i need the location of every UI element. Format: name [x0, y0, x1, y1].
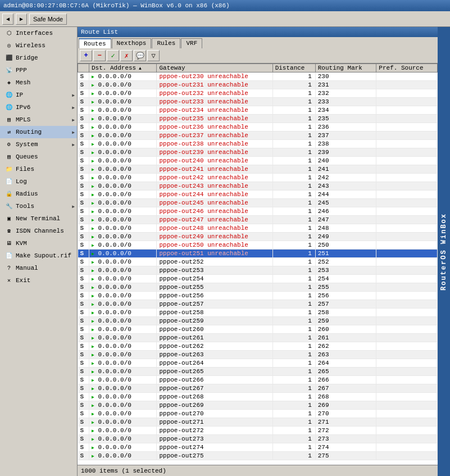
table-row[interactable]: S▶ 0.0.0.0/0pppoe-out245 unreachable1245 — [78, 199, 438, 207]
tools-icon: 🔧 — [4, 202, 13, 211]
col-flag[interactable] — [78, 64, 89, 72]
table-row[interactable]: S▶ 0.0.0.0/0pppoe-out231 unreachable1231 — [78, 81, 438, 89]
table-row[interactable]: S▶ 0.0.0.0/0pppoe-out2521252 — [78, 258, 438, 266]
filter-button[interactable]: ▽ — [147, 50, 160, 61]
cell-flag: S — [78, 115, 89, 123]
table-row[interactable]: S▶ 0.0.0.0/0pppoe-out251 unreachable1251 — [78, 250, 438, 258]
table-row[interactable]: S▶ 0.0.0.0/0pppoe-out2631263 — [78, 351, 438, 359]
table-row[interactable]: S▶ 0.0.0.0/0pppoe-out2641264 — [78, 359, 438, 368]
remove-button[interactable]: − — [93, 50, 106, 61]
table-row[interactable]: S▶ 0.0.0.0/0pppoe-out2741274 — [78, 443, 438, 452]
cell-routing-mark: 250 — [315, 241, 376, 250]
table-row[interactable]: S▶ 0.0.0.0/0pppoe-out2571257 — [78, 300, 438, 309]
table-row[interactable]: S▶ 0.0.0.0/0pppoe-out233 unreachable1233 — [78, 98, 438, 106]
table-row[interactable]: S▶ 0.0.0.0/0pppoe-out248 unreachable1248 — [78, 224, 438, 233]
table-row[interactable]: S▶ 0.0.0.0/0pppoe-out2621262 — [78, 342, 438, 351]
sidebar-item-tools[interactable]: 🔧Tools▶ — [0, 200, 77, 212]
table-row[interactable]: S▶ 0.0.0.0/0pppoe-out244 unreachable1244 — [78, 191, 438, 199]
sidebar-item-routing[interactable]: ⇄Routing▶ — [0, 126, 77, 138]
table-row[interactable]: S▶ 0.0.0.0/0pppoe-out2701270 — [78, 410, 438, 418]
table-row[interactable]: S▶ 0.0.0.0/0pppoe-out2541254 — [78, 275, 438, 283]
add-button[interactable]: + — [80, 50, 92, 61]
cell-gateway: pppoe-out264 — [157, 359, 272, 368]
sidebar-item-ppp[interactable]: 📡PPP — [0, 64, 77, 76]
cell-gateway: pppoe-out270 — [157, 410, 272, 418]
cell-pref-source — [376, 165, 438, 174]
table-row[interactable]: S▶ 0.0.0.0/0pppoe-out249 unreachable1249 — [78, 233, 438, 241]
tab-vrf[interactable]: VRF — [181, 38, 202, 48]
table-row[interactable]: S▶ 0.0.0.0/0pppoe-out2591259 — [78, 317, 438, 325]
table-row[interactable]: S▶ 0.0.0.0/0pppoe-out247 unreachable1247 — [78, 216, 438, 224]
table-row[interactable]: S▶ 0.0.0.0/0pppoe-out2711271 — [78, 418, 438, 427]
table-row[interactable]: S▶ 0.0.0.0/0pppoe-out235 unreachable1235 — [78, 115, 438, 123]
cell-distance: 1 — [272, 384, 315, 393]
sidebar-item-interfaces[interactable]: ⬡Interfaces — [0, 27, 77, 39]
enable-button[interactable]: ✓ — [107, 50, 119, 61]
sidebar-item-system[interactable]: ⚙System▶ — [0, 138, 77, 151]
table-row[interactable]: S▶ 0.0.0.0/0pppoe-out236 unreachable1236 — [78, 123, 438, 132]
sidebar-item-mesh[interactable]: ◈Mesh — [0, 76, 77, 89]
cell-flag: S — [78, 165, 89, 174]
cell-pref-source — [376, 98, 438, 106]
tab-rules[interactable]: Rules — [152, 38, 180, 48]
sidebar-item-new-terminal[interactable]: ▣New Terminal — [0, 212, 77, 225]
comment-button[interactable]: 💬 — [134, 50, 146, 61]
table-row[interactable]: S▶ 0.0.0.0/0pppoe-out232 unreachable1232 — [78, 89, 438, 98]
table-row[interactable]: S▶ 0.0.0.0/0pppoe-out2681268 — [78, 393, 438, 401]
table-row[interactable]: S▶ 0.0.0.0/0pppoe-out2671267 — [78, 384, 438, 393]
table-row[interactable]: S▶ 0.0.0.0/0pppoe-out230 unreachable1230 — [78, 72, 438, 81]
table-row[interactable]: S▶ 0.0.0.0/0pppoe-out2611261 — [78, 334, 438, 342]
col-pref-source[interactable]: Pref. Source — [376, 64, 438, 72]
table-row[interactable]: S▶ 0.0.0.0/0pppoe-out2551255 — [78, 283, 438, 292]
table-row[interactable]: S▶ 0.0.0.0/0pppoe-out250 unreachable1250 — [78, 241, 438, 250]
table-row[interactable]: S▶ 0.0.0.0/0pppoe-out234 unreachable1234 — [78, 106, 438, 115]
table-row[interactable]: S▶ 0.0.0.0/0pppoe-out2581258 — [78, 309, 438, 317]
sidebar-item-queues[interactable]: ▤Queues — [0, 151, 77, 163]
col-dst[interactable]: Dst. Address — [89, 64, 157, 72]
sidebar-item-wireless[interactable]: ◎Wireless — [0, 39, 77, 52]
cell-distance: 1 — [272, 98, 315, 106]
tab-nexthops[interactable]: Nexthops — [112, 38, 152, 48]
safe-mode-button[interactable]: Safe Mode — [29, 13, 67, 25]
table-row[interactable]: S▶ 0.0.0.0/0pppoe-out2601260 — [78, 325, 438, 334]
sidebar-item-ipv6[interactable]: 🌐IPv6▶ — [0, 101, 77, 114]
tab-routes[interactable]: Routes — [79, 38, 111, 48]
table-row[interactable]: S▶ 0.0.0.0/0pppoe-out2651265 — [78, 368, 438, 376]
table-row[interactable]: S▶ 0.0.0.0/0pppoe-out239 unreachable1239 — [78, 148, 438, 157]
table-row[interactable]: S▶ 0.0.0.0/0pppoe-out2731273 — [78, 435, 438, 443]
sidebar-item-exit[interactable]: ✕Exit — [0, 274, 77, 287]
table-row[interactable]: S▶ 0.0.0.0/0pppoe-out2721272 — [78, 427, 438, 435]
col-routing-mark[interactable]: Routing Mark — [315, 64, 376, 72]
col-distance[interactable]: Distance — [272, 64, 315, 72]
table-row[interactable]: S▶ 0.0.0.0/0pppoe-out246 unreachable1246 — [78, 207, 438, 216]
table-row[interactable]: S▶ 0.0.0.0/0pppoe-out242 unreachable1242 — [78, 174, 438, 182]
cell-dst: ▶ 0.0.0.0/0 — [89, 165, 157, 174]
table-row[interactable]: S▶ 0.0.0.0/0pppoe-out2691269 — [78, 401, 438, 410]
forward-button[interactable]: ▶ — [16, 13, 27, 25]
col-gateway[interactable]: Gateway — [157, 64, 272, 72]
sidebar-item-mpls[interactable]: ▤MPLS▶ — [0, 114, 77, 126]
sidebar-item-log[interactable]: 📄Log — [0, 175, 77, 188]
table-row[interactable]: S▶ 0.0.0.0/0pppoe-out238 unreachable1238 — [78, 140, 438, 148]
table-row[interactable]: S▶ 0.0.0.0/0pppoe-out237 unreachable1237 — [78, 132, 438, 140]
sidebar-item-kvm[interactable]: 🖥KVM — [0, 237, 77, 250]
sidebar-item-isdn-channels[interactable]: ☎ISDN Channels — [0, 225, 77, 237]
back-button[interactable]: ◀ — [2, 13, 13, 25]
route-table: Dst. Address Gateway Distance Routing Ma… — [78, 64, 438, 460]
sidebar-item-ip[interactable]: 🌐IP▶ — [0, 89, 77, 101]
route-table-container[interactable]: Dst. Address Gateway Distance Routing Ma… — [78, 64, 438, 465]
sidebar-item-bridge[interactable]: ⬛Bridge — [0, 52, 77, 64]
table-row[interactable]: S▶ 0.0.0.0/0pppoe-out2561256 — [78, 292, 438, 300]
table-row[interactable]: S▶ 0.0.0.0/0pppoe-out2531253 — [78, 266, 438, 275]
table-row[interactable]: S▶ 0.0.0.0/0pppoe-out2751275 — [78, 452, 438, 460]
disable-button[interactable]: ✗ — [120, 50, 133, 61]
cell-distance: 1 — [272, 191, 315, 199]
table-row[interactable]: S▶ 0.0.0.0/0pppoe-out243 unreachable1243 — [78, 182, 438, 191]
sidebar-item-make-supout[interactable]: 📄Make Supout.rif — [0, 250, 77, 262]
sidebar-item-radius[interactable]: 🔒Radius — [0, 188, 77, 200]
table-row[interactable]: S▶ 0.0.0.0/0pppoe-out241 unreachable1241 — [78, 165, 438, 174]
table-row[interactable]: S▶ 0.0.0.0/0pppoe-out240 unreachable1240 — [78, 157, 438, 165]
sidebar-item-manual[interactable]: ?Manual — [0, 262, 77, 274]
table-row[interactable]: S▶ 0.0.0.0/0pppoe-out2661266 — [78, 376, 438, 384]
sidebar-item-files[interactable]: 📁Files — [0, 163, 77, 175]
